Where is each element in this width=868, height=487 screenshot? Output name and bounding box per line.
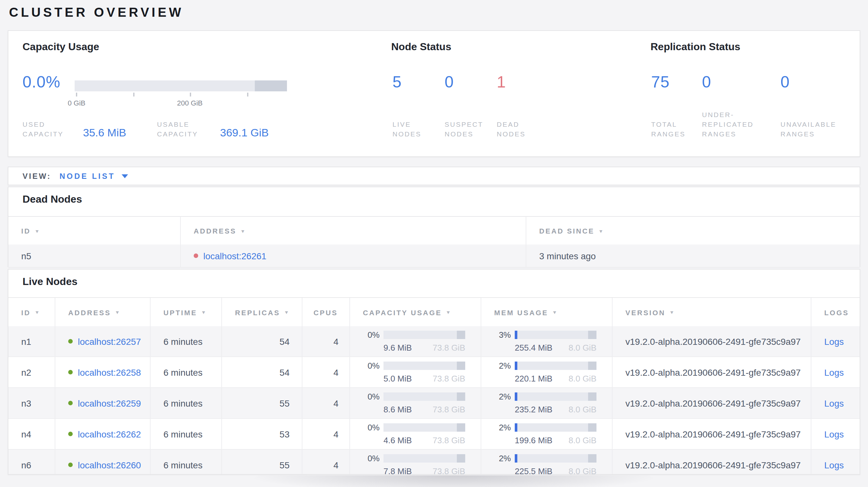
node-id: n6 xyxy=(8,450,55,475)
view-dropdown[interactable]: NODE LIST xyxy=(60,171,115,181)
node-live-status-icon xyxy=(68,339,73,344)
node-uptime: 6 minutes xyxy=(151,388,222,418)
node-address-link[interactable]: localhost:26260 xyxy=(78,460,141,470)
capacity-usage-bar xyxy=(75,80,287,91)
logs-link[interactable]: Logs xyxy=(824,336,844,347)
node-address-link[interactable]: localhost:26262 xyxy=(78,429,141,439)
live-nodes-header: ID ▼ ADDRESS ▼ UPTIME ▼ REPLICAS ▼ CPUS … xyxy=(8,297,860,327)
total-ranges-count: 75 xyxy=(651,72,670,91)
node-address-link[interactable]: localhost:26258 xyxy=(78,367,141,377)
capacity-used-value: 7.8 MiB xyxy=(383,466,412,475)
node-replicas: 53 xyxy=(222,419,302,449)
node-replicas: 55 xyxy=(222,450,302,475)
logs-link[interactable]: Logs xyxy=(824,398,844,408)
node-id: n2 xyxy=(8,357,55,387)
node-cpus: 4 xyxy=(302,357,350,387)
mem-bar-reserved xyxy=(588,362,596,370)
node-address-link[interactable]: localhost:26257 xyxy=(78,336,141,347)
capacity-bar xyxy=(383,392,465,401)
column-header-mem-usage[interactable]: MEM USAGE ▼ xyxy=(481,298,613,327)
node-replicas: 55 xyxy=(222,388,302,418)
live-nodes-title: Live Nodes xyxy=(23,276,78,288)
node-address-link[interactable]: localhost:26261 xyxy=(203,251,267,261)
node-replicas: 54 xyxy=(222,357,302,387)
under-replicated-ranges-count: 0 xyxy=(702,72,711,91)
logs-link[interactable]: Logs xyxy=(824,367,844,377)
sort-desc-icon: ▼ xyxy=(34,310,40,315)
node-capacity-usage-cell: 0% 9.6 MiB 73.8 GiB xyxy=(350,326,481,356)
column-header-address[interactable]: ADDRESS ▼ xyxy=(55,298,151,327)
page-title: CLUSTER OVERVIEW xyxy=(9,5,184,20)
total-ranges-label: TOTAL RANGES xyxy=(651,120,696,139)
node-uptime: 6 minutes xyxy=(151,450,222,475)
column-header-logs: LOGS xyxy=(811,298,860,327)
sort-desc-icon: ▼ xyxy=(240,228,246,233)
capacity-bar-reserved xyxy=(457,362,465,370)
sort-desc-icon: ▼ xyxy=(598,228,604,233)
capacity-percent: 0% xyxy=(364,392,380,401)
capacity-total-value: 73.8 GiB xyxy=(433,466,465,475)
sort-desc-icon: ▼ xyxy=(34,228,40,233)
capacity-total-value: 73.8 GiB xyxy=(433,343,465,353)
under-replicated-ranges-label: UNDER-REPLICATED RANGES xyxy=(702,110,761,139)
suspect-nodes-count: 0 xyxy=(445,72,454,91)
capacity-total-value: 73.8 GiB xyxy=(433,374,465,383)
usable-capacity-label: USABLE CAPACITY xyxy=(157,120,211,139)
mem-total-value: 8.0 GiB xyxy=(568,404,596,414)
mem-total-value: 8.0 GiB xyxy=(568,466,596,475)
sort-desc-icon: ▼ xyxy=(284,310,290,315)
live-nodes-count: 5 xyxy=(393,72,402,91)
node-cpus: 4 xyxy=(302,450,350,475)
capacity-used-value: 8.6 MiB xyxy=(383,404,412,414)
node-live-status-icon xyxy=(68,401,73,405)
node-id: n3 xyxy=(8,388,55,418)
used-capacity-label: USED CAPACITY xyxy=(23,120,74,139)
node-id: n5 xyxy=(8,245,181,267)
column-header-capacity-usage[interactable]: CAPACITY USAGE ▼ xyxy=(350,298,481,327)
replication-status-title: Replication Status xyxy=(651,41,740,53)
column-header-id[interactable]: ID ▼ xyxy=(8,298,55,327)
logs-link[interactable]: Logs xyxy=(824,429,844,439)
node-replicas: 54 xyxy=(222,326,302,356)
column-header-uptime[interactable]: UPTIME ▼ xyxy=(151,298,222,327)
scroll-shadow xyxy=(252,476,656,487)
dead-nodes-panel: Dead Nodes ID ▼ ADDRESS ▼ DEAD SINCE ▼ n… xyxy=(8,187,860,267)
mem-total-value: 8.0 GiB xyxy=(568,435,596,445)
column-header-cpus[interactable]: CPUS xyxy=(302,298,350,327)
sort-desc-icon: ▼ xyxy=(552,310,558,315)
live-nodes-panel: Live Nodes ID ▼ ADDRESS ▼ UPTIME ▼ REPLI… xyxy=(8,269,860,475)
chevron-down-icon[interactable] xyxy=(122,174,128,178)
node-uptime: 6 minutes xyxy=(151,419,222,449)
column-header-id[interactable]: ID ▼ xyxy=(8,217,181,245)
live-nodes-label: LIVE NODES xyxy=(393,120,438,139)
node-address-cell: localhost:26260 xyxy=(55,450,151,475)
node-cpus: 4 xyxy=(302,388,350,418)
mem-total-value: 8.0 GiB xyxy=(568,374,596,383)
column-header-address[interactable]: ADDRESS ▼ xyxy=(181,217,526,245)
node-live-status-icon xyxy=(68,462,73,467)
unavailable-ranges-label: UNAVAILABLE RANGES xyxy=(780,120,843,139)
mem-bar-reserved xyxy=(588,423,596,432)
column-header-version[interactable]: VERSION ▼ xyxy=(613,298,811,327)
sort-desc-icon: ▼ xyxy=(201,310,207,315)
capacity-percent: 0% xyxy=(364,423,380,432)
capacity-total-value: 73.8 GiB xyxy=(433,404,465,414)
mem-percent: 2% xyxy=(495,361,511,370)
mem-bar xyxy=(515,362,596,370)
dead-nodes-title: Dead Nodes xyxy=(23,194,82,205)
mem-percent: 2% xyxy=(495,454,511,463)
logs-link[interactable]: Logs xyxy=(824,460,844,470)
capacity-usage-title: Capacity Usage xyxy=(23,41,99,53)
node-capacity-usage-cell: 0% 4.6 MiB 73.8 GiB xyxy=(350,419,481,449)
dead-nodes-label: DEAD NODES xyxy=(497,120,542,139)
axis-tick-label: 200 GiB xyxy=(169,99,210,107)
column-header-dead-since[interactable]: DEAD SINCE ▼ xyxy=(526,217,860,245)
node-address-link[interactable]: localhost:26259 xyxy=(78,398,141,408)
node-mem-usage-cell: 2% 225.5 MiB 8.0 GiB xyxy=(481,450,613,475)
cluster-summary-panel: Capacity Usage 0.0% 0 GiB 200 GiB USED C… xyxy=(8,30,860,157)
column-header-replicas[interactable]: REPLICAS ▼ xyxy=(222,298,302,327)
node-version: v19.2.0-alpha.20190606-2491-gfe735c9a97 xyxy=(613,388,811,418)
node-uptime: 6 minutes xyxy=(151,357,222,387)
capacity-bar-reserved xyxy=(457,454,465,462)
unavailable-ranges-count: 0 xyxy=(780,72,790,91)
